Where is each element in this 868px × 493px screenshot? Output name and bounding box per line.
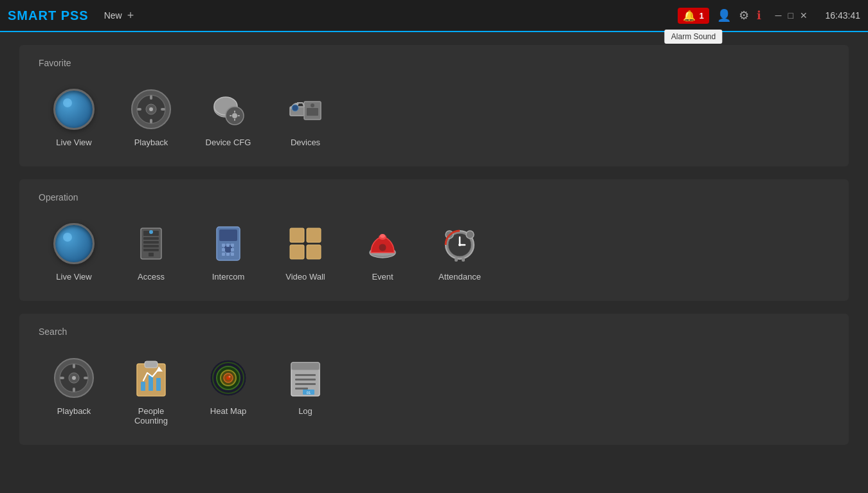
svg-rect-13 [307,108,318,116]
maximize-button[interactable]: □ [788,10,793,21]
svg-rect-28 [231,244,234,247]
svg-text:01: 01 [307,391,311,395]
device-cfg-fav-item[interactable]: Device CFG [193,81,264,154]
favorite-section: Favorite Live View [19,45,849,166]
people-counting-search-item[interactable]: People Counting [116,350,186,432]
heat-map-search-label: Heat Map [210,406,246,416]
app-name-part1: SMART [8,8,57,22]
svg-rect-24 [219,229,237,241]
live-view-fav-icon [52,87,96,131]
svg-rect-32 [226,253,230,256]
svg-rect-61 [149,375,153,391]
svg-rect-59 [145,361,158,368]
live-view-fav-label: Live View [56,138,91,147]
video-wall-op-item[interactable]: Video Wall [270,215,341,288]
svg-rect-17 [143,237,159,240]
svg-point-43 [380,234,385,238]
log-search-icon: 01 [284,356,327,400]
settings-icon[interactable]: ⚙ [739,8,749,22]
devices-fav-item[interactable]: Devices [270,81,341,154]
svg-rect-75 [295,383,316,385]
video-wall-op-label: Video Wall [285,272,325,282]
svg-rect-74 [295,379,316,381]
access-op-icon [129,222,173,265]
intercom-op-item[interactable]: Intercom [193,215,264,288]
svg-point-3 [149,107,153,111]
operation-section: Operation Live View [19,179,849,301]
svg-rect-76 [295,388,308,390]
svg-point-12 [311,103,314,107]
alarm-count: 1 [699,11,703,21]
svg-rect-36 [290,245,304,259]
attendance-op-label: Attendance [439,272,481,282]
live-view-op-label: Live View [56,272,91,282]
svg-point-7 [232,113,237,118]
svg-rect-18 [143,241,159,244]
device-cfg-fav-label: Device CFG [206,138,251,147]
user-icon[interactable]: 👤 [717,8,731,22]
svg-rect-33 [231,253,234,256]
intercom-op-icon [206,222,250,265]
svg-rect-60 [141,382,145,391]
minimize-button[interactable]: ─ [775,10,782,21]
playback-search-item[interactable]: Playback [39,350,109,432]
window-controls: ─ □ ✕ [775,10,808,21]
add-tab-button[interactable]: + [127,9,134,22]
heat-map-search-icon [206,356,250,400]
operation-title: Operation [39,192,829,202]
svg-rect-72 [291,363,320,370]
svg-point-57 [72,376,76,380]
svg-rect-53 [462,258,465,262]
access-op-label: Access [138,272,165,282]
svg-rect-52 [455,258,458,262]
svg-point-51 [466,231,474,238]
svg-rect-22 [149,253,154,256]
svg-point-14 [292,105,298,111]
svg-rect-73 [295,374,316,376]
live-view-fav-item[interactable]: Live View [39,81,109,154]
device-cfg-fav-icon [206,87,250,131]
svg-rect-31 [222,253,225,256]
main-content: Favorite Live View [0,32,868,493]
close-button[interactable]: ✕ [800,10,808,21]
search-title: Search [39,327,829,337]
attendance-op-icon [438,222,482,265]
new-tab-label[interactable]: New [104,10,122,21]
playback-fav-label: Playback [134,138,168,147]
operation-icons-row: Live View Access [39,215,829,288]
playback-fav-icon [129,87,173,131]
info-icon[interactable]: ℹ [757,8,761,22]
app-logo: SMART PSS [8,8,89,23]
svg-rect-26 [222,244,225,247]
svg-rect-30 [231,248,234,251]
svg-rect-34 [290,228,304,242]
clock: 16:43:41 [815,10,860,21]
search-section: Search Playback [19,314,849,445]
video-wall-op-icon [284,222,327,265]
svg-point-21 [149,230,153,234]
playback-fav-item[interactable]: Playback [116,81,186,154]
people-counting-search-icon [129,356,173,400]
svg-point-49 [458,244,461,246]
tab-indicator [154,31,180,32]
alarm-sound-tooltip: Alarm Sound [665,30,722,44]
svg-point-70 [229,376,231,378]
event-op-item[interactable]: Event [347,215,418,288]
svg-rect-19 [143,245,159,247]
event-op-label: Event [372,272,393,282]
svg-rect-62 [156,378,161,391]
bell-icon: 🔔 [683,10,696,22]
access-op-item[interactable]: Access [116,215,186,288]
live-view-op-item[interactable]: Live View [39,215,109,288]
playback-search-label: Playback [57,406,91,416]
svg-rect-29 [222,248,225,251]
attendance-op-item[interactable]: Attendance [424,215,495,288]
heat-map-search-item[interactable]: Heat Map [193,350,264,432]
log-search-item[interactable]: 01 Log [270,350,341,432]
event-op-icon [361,222,404,265]
svg-rect-20 [143,249,159,251]
svg-point-44 [379,244,386,251]
devices-fav-label: Devices [291,138,320,147]
alarm-bell-button[interactable]: 🔔 1 Alarm Sound [678,8,709,24]
playback-search-icon [52,356,96,400]
